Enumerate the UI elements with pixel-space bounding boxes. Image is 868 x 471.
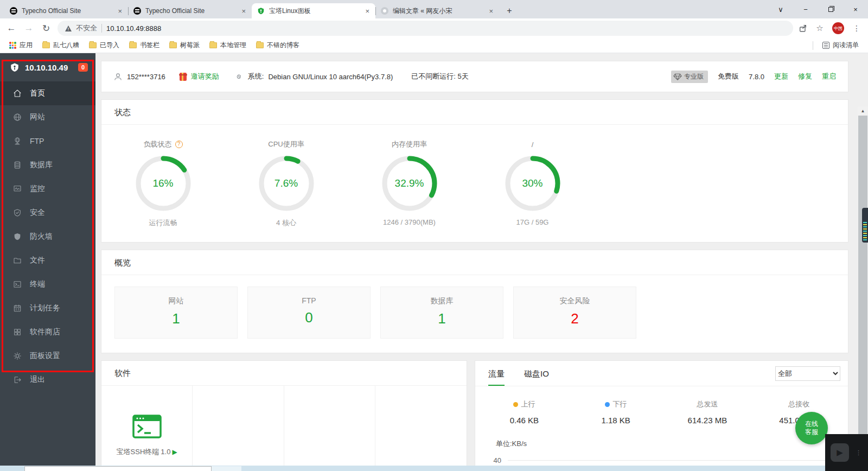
sidebar-item-logout[interactable]: 退出 bbox=[0, 368, 95, 392]
share-icon[interactable] bbox=[799, 24, 807, 33]
software-empty-cell bbox=[193, 386, 284, 471]
browser-tab-active[interactable]: 宝塔Linux面板 × bbox=[252, 3, 375, 18]
sidebar-item-cron[interactable]: 计划任务 bbox=[0, 296, 95, 320]
status-title: 状态 bbox=[101, 100, 848, 125]
reading-list-button[interactable]: 阅读清单 bbox=[819, 39, 863, 52]
edge-widget[interactable] bbox=[862, 208, 868, 243]
sidebar-item-database[interactable]: 数据库 bbox=[0, 153, 95, 177]
apps-shortcut[interactable]: 应用 bbox=[5, 39, 36, 52]
traffic-section: 流量 磁盘IO 全部 上行 0.46 KB 下行 1.18 KB bbox=[475, 360, 848, 471]
software-app-ssh-terminal[interactable]: 宝塔SSH终端 1.0 ▶ bbox=[101, 386, 193, 471]
user-account[interactable]: 152****3716 bbox=[113, 72, 165, 81]
bookmark-folder[interactable]: 不错的博客 bbox=[252, 39, 303, 52]
sidebar-item-website[interactable]: 网站 bbox=[0, 105, 95, 129]
sidebar-item-monitor[interactable]: 监控 bbox=[0, 177, 95, 201]
sidebar-item-security[interactable]: 安全 bbox=[0, 201, 95, 225]
page-scrollbar[interactable]: ▲ bbox=[858, 106, 868, 471]
browser-menu-icon[interactable]: ⋮ bbox=[851, 24, 863, 33]
status-section: 状态 负载状态? 16% 运行流畅 CPU使用率 bbox=[101, 99, 848, 243]
pro-version-badge[interactable]: 专业版 bbox=[671, 71, 708, 83]
overview-website[interactable]: 网站 1 bbox=[114, 287, 238, 339]
ftp-globe-icon bbox=[13, 137, 22, 145]
calendar-icon bbox=[13, 304, 22, 313]
help-icon[interactable]: ? bbox=[175, 141, 183, 148]
stat-label: 安全风险 bbox=[514, 296, 636, 306]
browser-tab[interactable]: 编辑文章 « 网友小宋 × bbox=[375, 3, 499, 18]
invite-link: 邀请奖励 bbox=[191, 72, 219, 81]
bookmark-folder[interactable]: 乱七八糟 bbox=[39, 39, 83, 52]
tab-disk-io[interactable]: 磁盘IO bbox=[524, 369, 549, 386]
media-menu-dots-icon[interactable]: ⋮ bbox=[856, 449, 861, 456]
disk-gauge[interactable]: / 30% 17G / 59G bbox=[471, 138, 594, 228]
traffic-down: 下行 1.18 KB bbox=[570, 399, 662, 425]
run-icon[interactable]: ▶ bbox=[172, 448, 177, 456]
divider bbox=[813, 41, 813, 50]
tab-close-icon[interactable]: × bbox=[116, 7, 124, 15]
back-icon[interactable]: ← bbox=[5, 23, 17, 34]
overview-ftp[interactable]: FTP 0 bbox=[247, 287, 371, 339]
background-window-patch bbox=[212, 466, 241, 471]
notification-badge[interactable]: 0 bbox=[78, 63, 88, 72]
browser-tab[interactable]: Typecho Official Site × bbox=[128, 3, 252, 18]
reading-list-label: 阅读清单 bbox=[833, 41, 859, 50]
close-button[interactable]: × bbox=[843, 5, 868, 14]
home-icon bbox=[13, 89, 22, 98]
database-icon bbox=[13, 161, 22, 169]
tab-close-icon[interactable]: × bbox=[240, 7, 247, 15]
bookmark-folder[interactable]: 本地管理 bbox=[206, 39, 250, 52]
folder-icon bbox=[13, 256, 22, 265]
minimize-button[interactable]: − bbox=[793, 5, 818, 14]
software-title: 软件 bbox=[101, 361, 467, 386]
stat-value: 1 bbox=[381, 310, 503, 327]
online-support-button[interactable]: 在线 客服 bbox=[795, 412, 828, 444]
repair-link[interactable]: 修复 bbox=[798, 72, 812, 81]
bookmarks-bar: 应用 乱七八糟 已导入 书签栏 树莓派 本地管理 不错的博客 阅读清单 bbox=[0, 38, 868, 53]
scrollbar-thumb[interactable] bbox=[858, 116, 867, 457]
tab-close-icon[interactable]: × bbox=[363, 7, 371, 15]
bookmark-folder[interactable]: 已导入 bbox=[85, 39, 123, 52]
software-empty-cell bbox=[284, 386, 375, 471]
tab-close-icon[interactable]: × bbox=[487, 7, 495, 15]
update-link[interactable]: 更新 bbox=[774, 72, 788, 81]
sidebar-item-firewall[interactable]: 防火墙 bbox=[0, 225, 95, 249]
app-name: 宝塔SSH终端 bbox=[117, 447, 159, 457]
forward-icon[interactable]: → bbox=[23, 23, 35, 34]
background-window-strip bbox=[0, 466, 868, 471]
bookmark-folder[interactable]: 书签栏 bbox=[125, 39, 163, 52]
gear-icon bbox=[13, 352, 22, 360]
tab-search-chevron-icon[interactable]: ∨ bbox=[768, 5, 793, 14]
tab-traffic[interactable]: 流量 bbox=[488, 369, 505, 386]
invite-reward[interactable]: 邀请奖励 bbox=[180, 72, 219, 81]
server-info-bar: 152****3716 邀请奖励 系统: Debian GNU/Linux 10… bbox=[101, 61, 848, 92]
restart-link[interactable]: 重启 bbox=[822, 72, 836, 81]
media-overlay[interactable]: ▶ ⋮ bbox=[825, 434, 868, 471]
sidebar-item-app-store[interactable]: 软件商店 bbox=[0, 320, 95, 344]
sidebar-item-files[interactable]: 文件 bbox=[0, 249, 95, 272]
overview-security-risk[interactable]: 安全风险 2 bbox=[513, 287, 636, 339]
cpu-gauge[interactable]: CPU使用率 7.6% 4 核心 bbox=[225, 138, 348, 228]
diamond-icon bbox=[673, 73, 682, 80]
server-header[interactable]: 10.10.10.49 0 bbox=[0, 53, 95, 81]
sidebar-item-panel-settings[interactable]: 面板设置 bbox=[0, 344, 95, 368]
bookmark-label: 树莓派 bbox=[180, 41, 200, 50]
bookmark-star-icon[interactable]: ☆ bbox=[814, 23, 826, 33]
shield-check-icon bbox=[13, 208, 22, 217]
url-bar[interactable]: 不安全 10.10.10.49:8888 bbox=[58, 21, 793, 36]
restore-button[interactable] bbox=[818, 5, 843, 14]
sidebar-item-terminal[interactable]: 终端 bbox=[0, 272, 95, 296]
software-section: 软件 宝塔SSH终端 1.0 ▶ bbox=[101, 360, 467, 471]
bookmark-label: 书签栏 bbox=[140, 41, 159, 50]
load-gauge[interactable]: 负载状态? 16% 运行流畅 bbox=[101, 138, 225, 228]
refresh-icon[interactable]: ↻ bbox=[40, 23, 52, 34]
new-tab-button[interactable]: + bbox=[502, 4, 516, 18]
bookmark-folder[interactable]: 树莓派 bbox=[165, 39, 203, 52]
scroll-up-icon[interactable]: ▲ bbox=[858, 106, 868, 115]
memory-gauge[interactable]: 内存使用率 32.9% 1246 / 3790(MB) bbox=[348, 138, 471, 228]
browser-tab[interactable]: Typecho Official Site × bbox=[4, 3, 128, 18]
stat-value: 1 bbox=[115, 310, 237, 327]
profile-avatar[interactable]: 中国 bbox=[832, 22, 844, 34]
sidebar-item-ftp[interactable]: FTP bbox=[0, 129, 95, 153]
overview-database[interactable]: 数据库 1 bbox=[380, 287, 503, 339]
sidebar-item-home[interactable]: 首页 bbox=[0, 81, 95, 105]
interface-filter-select[interactable]: 全部 bbox=[775, 366, 840, 381]
